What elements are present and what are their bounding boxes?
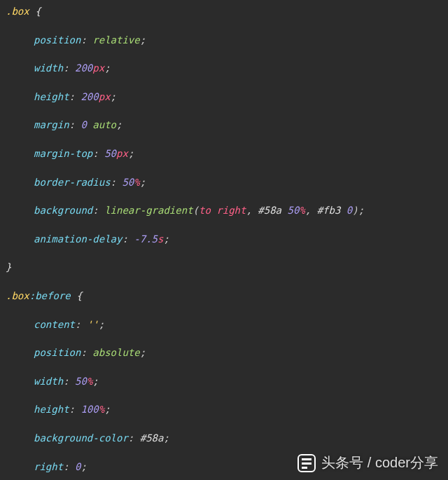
- prop-background-color: background-color: [34, 432, 128, 444]
- svg-rect-2: [302, 462, 312, 465]
- svg-rect-1: [302, 458, 312, 460]
- svg-rect-3: [302, 467, 307, 469]
- prop-right: right: [34, 461, 63, 472]
- prop-position: position: [34, 34, 80, 46]
- prop-background: background: [34, 205, 92, 216]
- prop-content: content: [34, 319, 75, 330]
- brace-close: }: [6, 261, 11, 273]
- prop-width: width: [34, 62, 63, 74]
- prop-height: height: [34, 91, 69, 102]
- watermark: 头条号 / coder分享: [298, 453, 438, 473]
- toutiao-icon: [298, 454, 316, 472]
- selector-box: .box: [6, 6, 29, 17]
- val-relative: relative: [92, 34, 139, 46]
- code-editor[interactable]: .box { position: relative; width: 200px;…: [0, 0, 448, 480]
- prop-margin: margin: [34, 119, 69, 130]
- prop-border-radius: border-radius: [34, 177, 111, 188]
- watermark-text: 头条号 / coder分享: [321, 453, 438, 473]
- prop-animation-delay: animation-delay: [34, 233, 122, 245]
- num-200: 200: [75, 62, 92, 74]
- prop-margin-top: margin-top: [34, 148, 92, 159]
- brace-open: {: [29, 6, 41, 17]
- selector-box-before: .box: [6, 290, 29, 301]
